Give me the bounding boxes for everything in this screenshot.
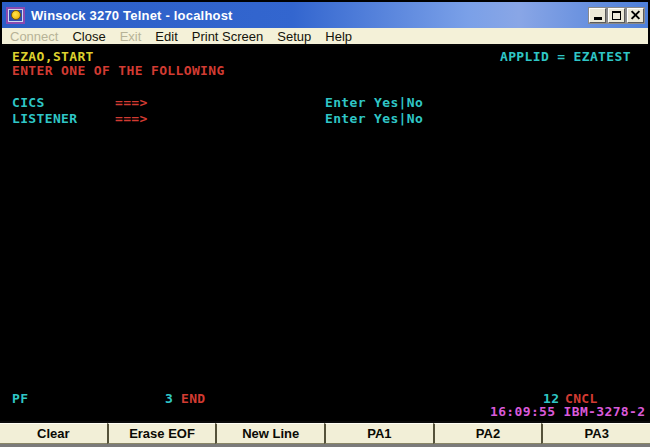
- menu-item-edit[interactable]: Edit: [155, 29, 177, 44]
- terminal-label-listener: LISTENER: [12, 112, 77, 125]
- menu-item-exit: Exit: [120, 29, 142, 44]
- terminal-arrow-cics: ===>: [115, 96, 148, 109]
- terminal-arrow-listener: ===>: [115, 112, 148, 125]
- menu-item-connect: Connect: [10, 29, 58, 44]
- menubar: Connect Close Exit Edit Print Screen Set…: [2, 28, 648, 46]
- window-title: Winsock 3270 Telnet - localhost: [31, 8, 589, 23]
- close-button[interactable]: [627, 8, 644, 23]
- menu-item-help[interactable]: Help: [325, 29, 352, 44]
- titlebar[interactable]: Winsock 3270 Telnet - localhost: [2, 2, 648, 28]
- maximize-button[interactable]: [608, 8, 625, 23]
- menu-item-setup[interactable]: Setup: [277, 29, 311, 44]
- terminal-pf3-action: END: [181, 392, 206, 405]
- window-controls: [589, 8, 644, 23]
- pa2-button[interactable]: PA2: [433, 423, 542, 444]
- erase-eof-button[interactable]: Erase EOF: [107, 423, 216, 444]
- menu-item-print-screen[interactable]: Print Screen: [192, 29, 264, 44]
- menu-item-close[interactable]: Close: [72, 29, 105, 44]
- terminal-text-prompt: ENTER ONE OF THE FOLLOWING: [12, 64, 225, 77]
- minimize-icon: [594, 17, 602, 20]
- terminal-hint-listener: Enter Yes|No: [325, 112, 423, 125]
- terminal-text-applid: APPLID = EZATEST: [500, 50, 631, 63]
- pa1-button[interactable]: PA1: [324, 423, 433, 444]
- terminal-pf3-key: 3: [165, 392, 173, 405]
- app-window: Winsock 3270 Telnet - localhost Connect …: [0, 0, 650, 447]
- globe-icon: [11, 10, 21, 20]
- function-button-bar: Clear Erase EOF New Line PA1 PA2 PA3: [0, 421, 650, 447]
- terminal-status-time-model: 16:09:55 IBM-3278-2: [490, 405, 645, 418]
- terminal-hint-cics: Enter Yes|No: [325, 96, 423, 109]
- terminal-label-cics: CICS: [12, 96, 45, 109]
- app-icon[interactable]: [6, 7, 25, 24]
- terminal-text-command: EZAO,START: [12, 50, 94, 63]
- terminal-pf-label: PF: [12, 392, 28, 405]
- close-icon: [631, 11, 640, 20]
- maximize-icon: [612, 11, 621, 20]
- pa3-button[interactable]: PA3: [541, 423, 650, 444]
- minimize-button[interactable]: [589, 8, 606, 23]
- clear-button[interactable]: Clear: [0, 423, 107, 444]
- new-line-button[interactable]: New Line: [215, 423, 324, 444]
- terminal-screen[interactable]: EZAO,START APPLID = EZATEST ENTER ONE OF…: [0, 48, 650, 421]
